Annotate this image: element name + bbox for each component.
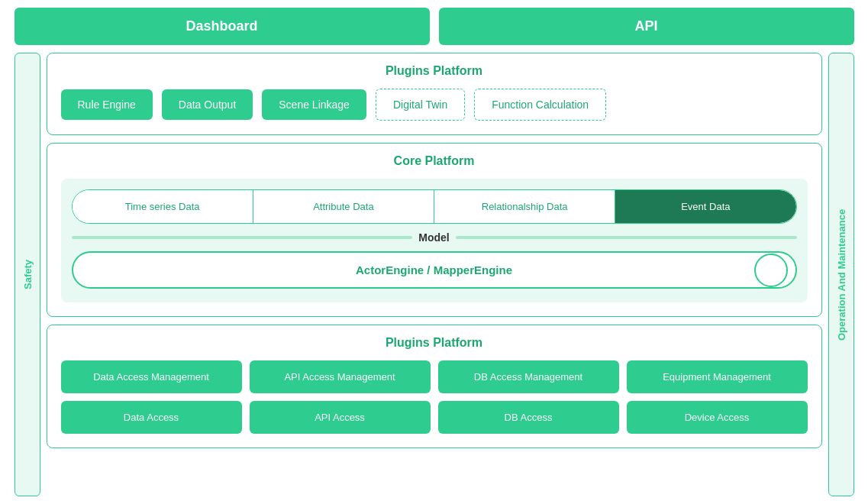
bottom-grid-row2: Data Access API Access DB Access Device … [61, 401, 808, 434]
digital-twin-button[interactable]: Digital Twin [376, 89, 465, 121]
plugins-top-row: Rule Engine Data Output Scene Linkage Di… [61, 89, 808, 121]
core-platform-title: Core Platform [61, 154, 808, 168]
function-calculation-button[interactable]: Function Calculation [474, 89, 606, 121]
rule-engine-button[interactable]: Rule Engine [61, 89, 153, 120]
api-access-mgmt-button[interactable]: API Access Management [250, 360, 431, 393]
db-access-button[interactable]: DB Access [438, 401, 619, 434]
actor-engine-label: ActorEngine / MapperEngine [356, 263, 512, 276]
data-row: Time series Data Attribute Data Relation… [72, 189, 797, 224]
core-inner: Time series Data Attribute Data Relation… [61, 179, 808, 302]
plugins-platform-bottom: Plugins Platform Data Access Management … [47, 325, 822, 448]
plugins-platform-top-title: Plugins Platform [61, 64, 808, 78]
event-data-cell: Event Data [615, 190, 795, 223]
model-line-left [72, 236, 413, 239]
top-row: Dashboard API [15, 8, 854, 45]
dashboard-button[interactable]: Dashboard [15, 8, 430, 45]
core-platform: Core Platform Time series Data Attribute… [47, 143, 822, 317]
model-line-right [456, 236, 797, 239]
side-wrapper: Safety Plugins Platform Rule Engine Data… [15, 53, 854, 496]
relationship-data-cell: Relationalship Data [434, 190, 615, 223]
actor-circle-icon [754, 254, 788, 287]
main-container: Dashboard API Safety Plugins Platform Ru… [15, 8, 854, 496]
scene-linkage-button[interactable]: Scene Linkage [262, 89, 366, 120]
center-content: Plugins Platform Rule Engine Data Output… [47, 53, 822, 496]
equipment-mgmt-button[interactable]: Equipment Management [627, 360, 808, 393]
plugins-platform-bottom-title: Plugins Platform [61, 336, 808, 350]
attribute-data-cell: Attribute Data [253, 190, 434, 223]
bottom-grid-row1: Data Access Management API Access Manage… [61, 360, 808, 393]
actor-engine: ActorEngine / MapperEngine [72, 251, 797, 289]
api-access-button[interactable]: API Access [250, 401, 431, 434]
model-bar: Model [72, 231, 797, 244]
operation-maintenance-label: Operation And Maintenance [828, 53, 854, 496]
device-access-button[interactable]: Device Access [627, 401, 808, 434]
time-series-data-cell: Time series Data [73, 190, 253, 223]
db-access-mgmt-button[interactable]: DB Access Management [438, 360, 619, 393]
model-label: Model [412, 231, 455, 244]
data-output-button[interactable]: Data Output [162, 89, 253, 120]
data-access-mgmt-button[interactable]: Data Access Management [61, 360, 242, 393]
api-button[interactable]: API [439, 8, 854, 45]
data-access-button[interactable]: Data Access [61, 401, 242, 434]
plugins-platform-top: Plugins Platform Rule Engine Data Output… [47, 53, 822, 135]
safety-label: Safety [15, 53, 40, 496]
